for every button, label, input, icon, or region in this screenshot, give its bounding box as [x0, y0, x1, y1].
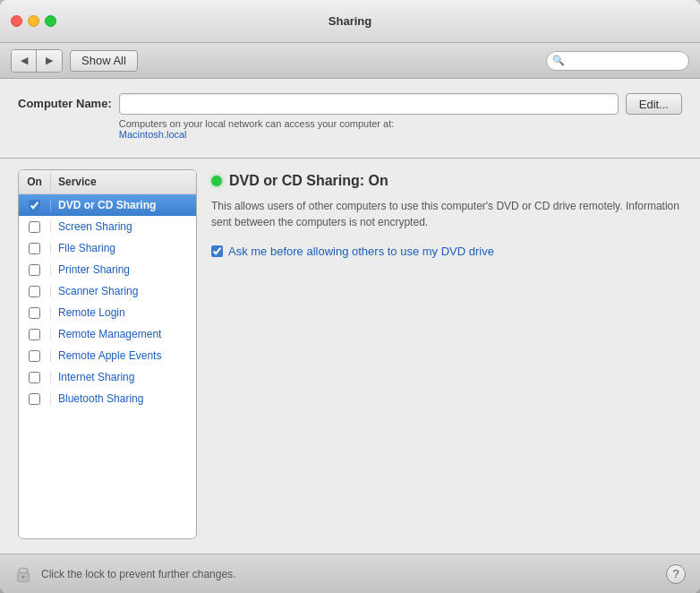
nav-buttons: ◀ ▶ — [11, 49, 63, 73]
service-checkbox-file[interactable] — [29, 243, 40, 254]
service-label-dvd: DVD or CD Sharing — [51, 197, 196, 213]
show-all-button[interactable]: Show All — [70, 50, 138, 72]
service-checkbox-cell-internet — [19, 372, 51, 383]
service-checkbox-bluetooth[interactable] — [29, 393, 40, 405]
services-list: On Service DVD or CD Sharing Sc — [18, 169, 197, 539]
dvd-ask-label: Ask me before allowing others to use my … — [228, 245, 494, 258]
service-label-printer: Printer Sharing — [51, 262, 196, 278]
service-label-internet: Internet Sharing — [51, 369, 196, 385]
service-item-internet-sharing[interactable]: Internet Sharing — [19, 366, 196, 388]
lock-text: Click the lock to prevent further change… — [41, 568, 235, 580]
service-label-scanner: Scanner Sharing — [51, 283, 196, 299]
local-address-link[interactable]: Macintosh.local — [119, 129, 187, 140]
service-item-remote-apple-events[interactable]: Remote Apple Events — [19, 345, 196, 366]
main-panel: On Service DVD or CD Sharing Sc — [18, 169, 682, 539]
service-checkbox-screen[interactable] — [29, 221, 40, 233]
service-checkbox-printer[interactable] — [29, 264, 40, 276]
computer-name-row: Computer Name: Computers on your local n… — [18, 93, 682, 147]
service-label-remote-mgmt: Remote Management — [51, 326, 196, 342]
service-item-remote-management[interactable]: Remote Management — [19, 323, 196, 345]
traffic-lights — [11, 15, 56, 27]
service-label-apple-events: Remote Apple Events — [51, 348, 196, 364]
service-checkbox-cell-file — [19, 243, 51, 254]
service-item-screen-sharing[interactable]: Screen Sharing — [19, 216, 196, 237]
header-service: Service — [51, 174, 196, 190]
services-header: On Service — [19, 170, 196, 194]
computer-name-fields: Computers on your local network can acce… — [119, 93, 619, 140]
service-checkbox-internet[interactable] — [29, 372, 40, 383]
computer-name-right-section: Computers on your local network can acce… — [119, 93, 682, 140]
service-label-bluetooth: Bluetooth Sharing — [51, 391, 196, 407]
computer-name-label: Computer Name: — [18, 93, 112, 110]
header-on: On — [19, 174, 51, 190]
window-title: Sharing — [329, 14, 371, 28]
minimize-button[interactable] — [28, 15, 39, 27]
detail-status-title: DVD or CD Sharing: On — [229, 173, 388, 189]
svg-point-1 — [22, 575, 25, 578]
service-item-dvd-cd-sharing[interactable]: DVD or CD Sharing — [19, 194, 196, 216]
service-item-remote-login[interactable]: Remote Login — [19, 302, 196, 323]
detail-option-row: Ask me before allowing others to use my … — [211, 245, 682, 258]
lock-icon[interactable] — [14, 563, 32, 585]
service-item-bluetooth-sharing[interactable]: Bluetooth Sharing — [19, 388, 196, 409]
detail-description: This allows users of other computers to … — [211, 198, 682, 230]
service-checkbox-cell-bluetooth — [19, 393, 51, 405]
titlebar: Sharing — [0, 0, 700, 43]
service-label-screen: Screen Sharing — [51, 219, 196, 235]
service-checkbox-cell-scanner — [19, 286, 51, 297]
search-box: 🔍 — [546, 51, 689, 71]
service-checkbox-cell-remote-mgmt — [19, 329, 51, 340]
dvd-ask-checkbox[interactable] — [211, 245, 223, 257]
status-dot — [211, 176, 222, 186]
maximize-button[interactable] — [45, 15, 56, 27]
service-item-printer-sharing[interactable]: Printer Sharing — [19, 259, 196, 280]
detail-panel: DVD or CD Sharing: On This allows users … — [211, 169, 682, 539]
edit-button[interactable]: Edit... — [626, 93, 682, 115]
close-button[interactable] — [11, 15, 22, 27]
detail-status-row: DVD or CD Sharing: On — [211, 173, 682, 189]
service-item-scanner-sharing[interactable]: Scanner Sharing — [19, 280, 196, 302]
service-item-file-sharing[interactable]: File Sharing — [19, 237, 196, 259]
computer-name-subtitle: Computers on your local network can acce… — [119, 118, 619, 140]
back-button[interactable]: ◀ — [12, 50, 37, 72]
service-checkbox-cell-apple-events — [19, 350, 51, 362]
service-checkbox-dvd[interactable] — [29, 200, 40, 211]
service-checkbox-cell-printer — [19, 264, 51, 276]
service-checkbox-cell-screen — [19, 221, 51, 233]
content-area: Computer Name: Computers on your local n… — [0, 79, 700, 554]
search-icon: 🔍 — [552, 55, 565, 66]
service-label-remote-login: Remote Login — [51, 305, 196, 321]
divider — [0, 158, 700, 159]
help-button[interactable]: ? — [666, 564, 686, 584]
bottom-bar: Click the lock to prevent further change… — [0, 554, 700, 593]
service-checkbox-remote-mgmt[interactable] — [29, 329, 40, 340]
search-input[interactable] — [546, 51, 689, 71]
computer-name-input[interactable] — [119, 93, 619, 115]
service-checkbox-scanner[interactable] — [29, 286, 40, 297]
forward-button[interactable]: ▶ — [37, 50, 62, 72]
toolbar: ◀ ▶ Show All 🔍 — [0, 43, 700, 79]
service-checkbox-cell-dvd — [19, 200, 51, 211]
service-label-file: File Sharing — [51, 240, 196, 256]
service-checkbox-cell-remote-login — [19, 307, 51, 319]
service-checkbox-remote-login[interactable] — [29, 307, 40, 319]
services-items: DVD or CD Sharing Screen Sharing File Sh… — [19, 194, 196, 538]
service-checkbox-apple-events[interactable] — [29, 350, 40, 362]
window: Sharing ◀ ▶ Show All 🔍 Computer Name: Co… — [0, 0, 700, 593]
